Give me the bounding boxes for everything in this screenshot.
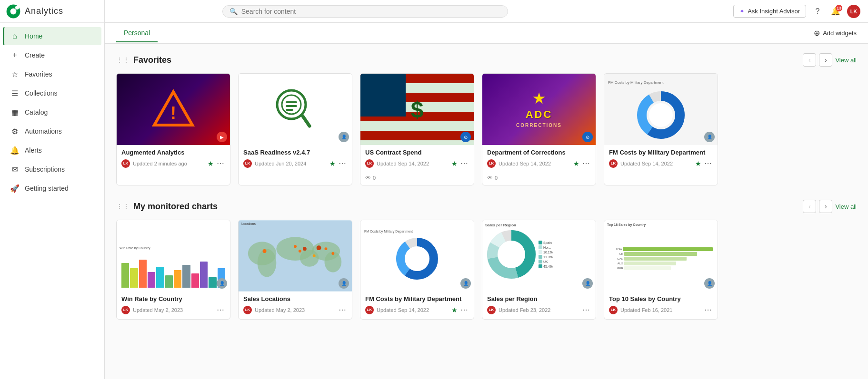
- card-body-augmented: Augmented Analytics LK Updated 2 minutes…: [117, 145, 230, 173]
- more-button-saas[interactable]: ⋯: [338, 158, 347, 169]
- monitored-next-button[interactable]: ›: [819, 200, 832, 213]
- tab-personal[interactable]: Personal: [116, 24, 158, 42]
- card-meta-sales-loc: LK Updated May 2, 2023 ⋯: [243, 304, 347, 315]
- sidebar-item-home-label: Home: [25, 32, 42, 40]
- alerts-icon: 🔔: [10, 146, 19, 155]
- svg-point-39: [498, 241, 525, 268]
- monitored-view-all[interactable]: View all: [835, 203, 857, 210]
- top10-bar-row: UK: [609, 252, 713, 256]
- user-avatar[interactable]: LK: [847, 5, 860, 18]
- fm-chart-heading: FM Costs by Military Department: [364, 230, 413, 233]
- more-button-contract[interactable]: ⋯: [459, 158, 469, 169]
- home-icon: ⌂: [10, 32, 19, 40]
- card-sales-per-region[interactable]: Sales per Region: [482, 220, 596, 320]
- collections-icon: ☰: [10, 89, 19, 97]
- sidebar-item-automations[interactable]: ⚙ Automations: [3, 122, 101, 140]
- card-augmented-analytics[interactable]: ! ▶ Augmented Analytics LK Updated 2 min…: [116, 73, 230, 185]
- card-meta-augmented: LK Updated 2 minutes ago ★ ⋯: [121, 158, 225, 169]
- svg-rect-9: [286, 109, 293, 111]
- card-meta-top10: LK Updated Feb 16, 2021 ⋯: [609, 304, 713, 315]
- sidebar-item-create[interactable]: + Create: [3, 46, 101, 64]
- card-title-corrections: Department of Corrections: [487, 149, 591, 156]
- card-fm-costs-chart[interactable]: FM Costs by Military Department 👤 FM Co: [360, 220, 474, 320]
- svg-point-23: [294, 245, 297, 248]
- sidebar-item-getting-started[interactable]: 🚀 Getting started: [3, 179, 101, 197]
- card-body-sales-region: Sales per Region LK Updated Feb 23, 2022…: [482, 292, 596, 319]
- sidebar-item-home[interactable]: ⌂ Home: [3, 27, 101, 45]
- svg-point-22: [263, 249, 267, 253]
- help-button[interactable]: ?: [811, 5, 824, 18]
- top10-bar-label: UK: [609, 253, 623, 255]
- star-button-corrections[interactable]: ★: [573, 160, 579, 167]
- card-actions-fm: ★ ⋯: [695, 158, 713, 169]
- monitored-prev-button[interactable]: ‹: [803, 200, 816, 213]
- card-updated-augmented: Updated 2 minutes ago: [133, 161, 205, 166]
- svg-point-28: [313, 254, 316, 257]
- card-sales-locations[interactable]: Locations: [238, 220, 352, 320]
- more-button-augmented[interactable]: ⋯: [216, 158, 225, 169]
- card-saas-readiness[interactable]: 👤 SaaS Readiness v2.4.7 LK Updated Jun 2…: [238, 73, 352, 185]
- star-button-saas[interactable]: ★: [329, 160, 336, 167]
- more-button-corrections[interactable]: ⋯: [581, 158, 591, 169]
- card-title-sales-loc: Sales Locations: [243, 295, 347, 302]
- more-button-sales-region[interactable]: ⋯: [581, 304, 591, 315]
- fm-chart-donut-svg: [393, 235, 441, 282]
- win-rate-chart-title: Win Rate by Country: [120, 246, 227, 250]
- qlik-logo-icon: [6, 4, 21, 19]
- card-title-sales-region: Sales per Region: [487, 295, 591, 302]
- star-button-contract[interactable]: ★: [451, 160, 458, 167]
- app-brand-text: Analytics: [25, 6, 63, 16]
- sidebar-item-catalog[interactable]: ▦ Catalog: [3, 103, 101, 121]
- qlik-logo[interactable]: Analytics: [6, 4, 63, 19]
- more-button-fm-chart[interactable]: ⋯: [459, 304, 469, 315]
- more-button-win-rate[interactable]: ⋯: [216, 304, 225, 315]
- favorites-view-all[interactable]: View all: [835, 57, 857, 64]
- svg-point-26: [324, 247, 327, 250]
- legend-color-454: [539, 264, 542, 268]
- svg-point-25: [303, 247, 307, 251]
- insight-advisor-button[interactable]: ✦ Ask Insight Advisor: [733, 5, 806, 18]
- card-us-contract-spend[interactable]: $ ⊙ US Contract Spend LK Updated Sep 14,…: [360, 73, 474, 185]
- star-button-augmented[interactable]: ★: [208, 160, 214, 167]
- favorites-drag-handle[interactable]: ⋮⋮: [116, 56, 130, 64]
- card-actions-saas: ★ ⋯: [329, 158, 347, 169]
- favorites-header: ⋮⋮ Favorites ‹ › View all: [116, 53, 857, 67]
- sidebar-item-subscriptions[interactable]: ✉ Subscriptions: [3, 160, 101, 178]
- search-bar[interactable]: 🔍: [222, 5, 508, 18]
- world-map-svg: [239, 220, 352, 292]
- top10-bar-label: GER: [609, 267, 623, 270]
- card-avatar-saas: LK: [243, 159, 252, 168]
- win-rate-bar: [191, 273, 199, 288]
- card-updated-sales-region: Updated Feb 23, 2022: [499, 307, 579, 313]
- help-icon: ?: [816, 7, 820, 16]
- card-title-fm-chart: FM Costs by Military Department: [365, 295, 469, 302]
- card-title-augmented: Augmented Analytics: [121, 149, 225, 156]
- win-rate-bar: [182, 265, 190, 288]
- monitored-drag-handle[interactable]: ⋮⋮: [116, 203, 130, 210]
- notification-button[interactable]: 🔔 13: [829, 5, 842, 18]
- favorites-next-button[interactable]: ›: [819, 53, 832, 67]
- star-button-fm-chart[interactable]: ★: [451, 306, 458, 314]
- sidebar-item-alerts[interactable]: 🔔 Alerts: [3, 141, 101, 159]
- add-widgets-button[interactable]: ⊕ Add widgets: [814, 29, 857, 38]
- search-input[interactable]: [241, 8, 501, 15]
- sidebar-item-favorites[interactable]: ☆ Favorites: [3, 65, 101, 83]
- more-button-sales-loc[interactable]: ⋯: [338, 304, 347, 315]
- card-body-win-rate: Win Rate by Country LK Updated May 2, 20…: [117, 292, 230, 319]
- sidebar-item-favorites-label: Favorites: [25, 70, 52, 78]
- card-win-rate-country[interactable]: Win Rate by Country 👤 Win Rate by Countr…: [116, 220, 230, 320]
- card-dept-corrections[interactable]: ★ ADC CORRECTIONS ⊙ Department of Correc…: [482, 73, 596, 185]
- card-fm-costs-military[interactable]: FM Costs by Military Department 👤 FM Co: [604, 73, 718, 185]
- win-rate-bar: [209, 277, 216, 288]
- star-button-fm[interactable]: ★: [695, 160, 701, 167]
- sidebar-item-collections[interactable]: ☰ Collections: [3, 84, 101, 102]
- svg-point-6: [282, 95, 301, 114]
- card-top10-sales[interactable]: Top 18 Sales by Country USA UK CAN AUS G…: [604, 220, 718, 320]
- more-button-fm[interactable]: ⋯: [703, 158, 713, 169]
- legend-label-spain: Spain: [543, 241, 552, 244]
- sidebar-nav: ⌂ Home + Create ☆ Favorites ☰ Collection…: [0, 23, 104, 202]
- legend-color-nor: [539, 245, 542, 249]
- more-button-top10[interactable]: ⋯: [703, 304, 713, 315]
- card-badge-saas: 👤: [339, 132, 349, 142]
- favorites-prev-button[interactable]: ‹: [803, 53, 816, 67]
